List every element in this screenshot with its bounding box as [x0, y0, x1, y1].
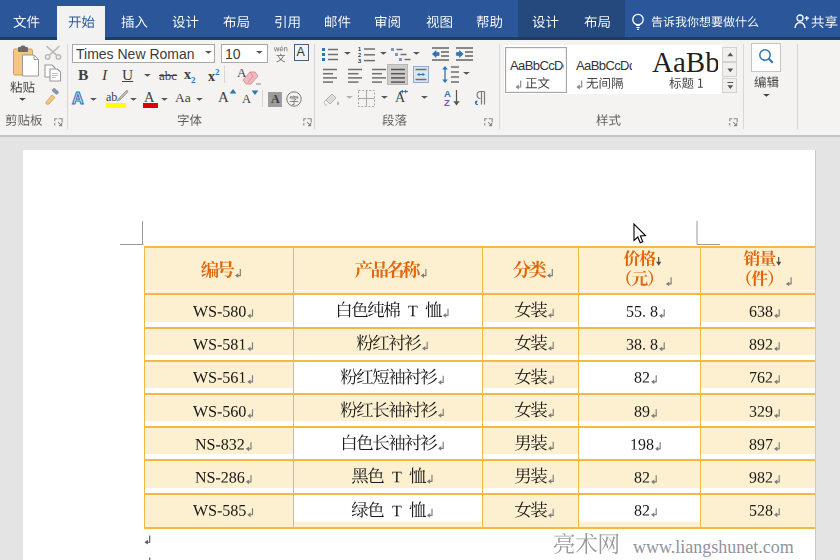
svg-text:3: 3: [358, 58, 361, 64]
